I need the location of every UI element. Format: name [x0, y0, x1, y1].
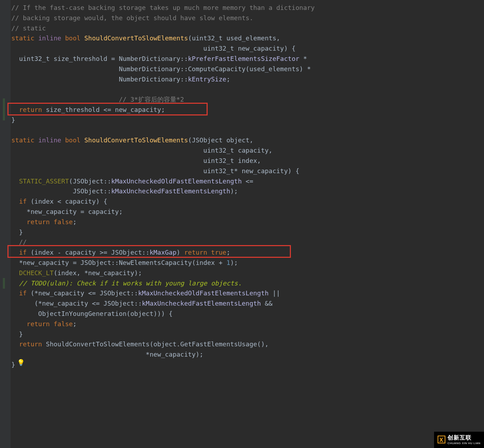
param-name: index: [238, 157, 257, 164]
member: kPreferFastElementsSizeFactor: [188, 55, 299, 62]
class-ref: NumberDictionary: [119, 75, 180, 83]
operator: ||: [269, 289, 280, 297]
param-name: new_capacity: [238, 45, 284, 52]
return-expr-cont: *new_capacity);: [11, 351, 203, 358]
number-literal: 1: [226, 259, 230, 266]
param-type: uint32_t: [192, 34, 223, 42]
arg: used_elements: [249, 65, 299, 73]
operator: &&: [261, 300, 272, 307]
todo-comment: // TODO(ulan): Check if it works with yo…: [19, 279, 242, 287]
param-name: new_capacity: [242, 167, 288, 175]
member: kMaxUncheckedOldFastElementsLength: [138, 289, 269, 297]
condition: (index - capacity >=: [27, 249, 111, 256]
keyword-static: static: [11, 136, 34, 144]
comment: // 3*扩容后的容量*2: [119, 96, 184, 103]
keyword-inline: inline: [38, 34, 61, 42]
keyword-if: if: [19, 249, 27, 256]
keyword-inline: inline: [38, 136, 61, 144]
macro: DCHECK_LT: [19, 269, 54, 277]
comment: //: [19, 238, 27, 246]
keyword-true: true: [211, 249, 226, 256]
condition: ObjectInYoungGeneration(object))) {: [19, 310, 173, 317]
class-ref: NumberDictionary: [119, 55, 180, 62]
param-name: object: [226, 136, 249, 144]
member: kMaxUncheckedFastElementsLength: [111, 187, 230, 195]
condition: (index < capacity) {: [27, 198, 107, 205]
keyword-return: return: [27, 320, 50, 328]
watermark-logo-icon: [438, 436, 445, 443]
keyword-return: return: [184, 249, 207, 256]
param-type: JSObject: [192, 136, 223, 144]
keyword-return: return: [19, 106, 42, 113]
watermark-text-en: CHUANG XIN HU LIAN: [448, 441, 480, 446]
arg: index +: [196, 259, 226, 266]
comment: // static: [11, 24, 46, 32]
class-ref: JSObject: [111, 249, 142, 256]
class-ref: JSObject: [103, 300, 134, 307]
keyword-if: if: [19, 198, 27, 205]
watermark-text-cn: 创新互联: [448, 435, 472, 441]
param-type: uint32_t: [203, 45, 234, 52]
class-ref: JSObject: [100, 289, 130, 297]
variable-decl: uint32_t size_threshold =: [19, 55, 119, 62]
function-name: ShouldConvertToSlowElements: [84, 34, 188, 42]
member: kMaxUncheckedOldFastElementsLength: [111, 177, 242, 185]
return-expr: size_threshold <= new_capacity;: [42, 106, 165, 113]
param-type: uint32_t: [203, 147, 234, 154]
assignment: *new_capacity =: [19, 259, 80, 266]
macro: STATIC_ASSERT: [19, 177, 69, 185]
method: ComputeCapacity: [188, 65, 246, 73]
function-name: ShouldConvertToSlowElements: [84, 136, 188, 144]
condition: (*new_capacity <=: [27, 289, 100, 297]
assignment: *new_capacity = capacity;: [19, 208, 123, 215]
code-editor[interactable]: // If the fast-case backing storage take…: [0, 0, 484, 373]
return-expr: ShouldConvertToSlowElements(object.GetFa…: [42, 340, 269, 348]
condition: (*new_capacity <=: [19, 300, 103, 307]
keyword-bool: bool: [65, 34, 80, 42]
param-type: uint32_t*: [203, 167, 238, 175]
keyword-if: if: [19, 289, 27, 297]
lightbulb-icon[interactable]: 💡: [17, 358, 25, 368]
class-ref: NumberDictionary: [119, 65, 180, 73]
class-ref: JSObject: [80, 259, 111, 266]
keyword-return: return: [19, 340, 42, 348]
comment: // If the fast-case backing storage take…: [11, 4, 315, 11]
keyword-static: static: [11, 34, 34, 42]
param-type: uint32_t: [203, 157, 234, 164]
keyword-false: false: [54, 218, 73, 226]
param-name: used_elements: [226, 34, 276, 42]
member: kMaxUncheckedFastElementsLength: [142, 300, 261, 307]
class-ref: JSObject: [73, 177, 103, 185]
method: NewElementsCapacity: [119, 259, 192, 266]
comment: // backing storage would, the object sho…: [11, 14, 253, 22]
watermark: 创新互联 CHUANG XIN HU LIAN: [434, 432, 484, 448]
macro-args: (index, *new_capacity);: [54, 269, 142, 277]
keyword-return: return: [27, 218, 50, 226]
param-name: capacity: [238, 147, 269, 154]
keyword-bool: bool: [65, 136, 80, 144]
member: kEntrySize: [188, 75, 226, 83]
member: kMaxGap: [150, 249, 176, 256]
class-ref: JSObject: [73, 187, 103, 195]
keyword-false: false: [54, 320, 73, 328]
